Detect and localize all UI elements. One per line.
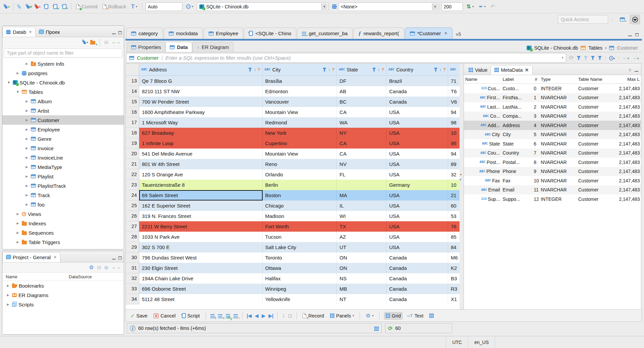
col-number[interactable]: # (533, 77, 539, 82)
close-icon[interactable]: ✕ (53, 255, 56, 259)
cell-city[interactable]: Halifax (263, 273, 337, 284)
metadata-row[interactable]: ABCPhonePhone9NVARCHARCustomer2,147,483 (464, 167, 641, 176)
row-number[interactable]: 32 (126, 273, 139, 284)
first-row-button[interactable]: |◀ (247, 313, 252, 319)
navigator-filter-input[interactable]: Type part of object name to filter (4, 48, 122, 58)
cell-state[interactable]: NT (337, 294, 386, 304)
cell-city[interactable]: New York (263, 128, 337, 138)
corner-cell[interactable] (126, 64, 139, 75)
cell-country[interactable]: USA (386, 138, 448, 149)
editor-tab-rewards-report-[interactable]: ƒrewards_report( (353, 27, 404, 39)
sort-icon[interactable]: ↕ (328, 67, 330, 72)
cell-country[interactable]: Canada (386, 252, 448, 263)
cell-address[interactable]: 627 Broadway (139, 128, 263, 138)
cell-address[interactable]: 1 Infinite Loop (139, 138, 263, 149)
cell-postal[interactable]: 60 (448, 200, 460, 211)
cell-country[interactable]: USA (386, 190, 448, 200)
cell-country[interactable]: USA (386, 169, 448, 180)
cell-city[interactable]: Chicago (263, 200, 337, 211)
rollback-button[interactable]: ↩Rollback (101, 3, 127, 10)
tree-item-genre[interactable]: ▶Genre (2, 134, 124, 143)
cell-state[interactable]: NY (337, 128, 386, 138)
row-number[interactable]: 22 (126, 169, 139, 180)
collapse-all-icon[interactable]: ⊟ (104, 40, 108, 45)
cell-address[interactable]: 1 Microsoft Way (139, 117, 263, 128)
minimize-icon[interactable] (635, 69, 638, 72)
cell-country[interactable]: Canada (386, 97, 448, 107)
fetch-all-icon[interactable]: ⊡ (288, 313, 292, 319)
new-sql-editor-button[interactable]: + (61, 3, 68, 10)
expand-arrow-icon[interactable]: ▶ (24, 118, 29, 122)
tab-er-diagram[interactable]: ♁ER Diagram (192, 42, 233, 52)
editor-tab-category[interactable]: category (126, 27, 163, 39)
metadata-row[interactable]: 123Cus...Custo...0INTEGERCustomer2,147,4… (464, 84, 641, 93)
tree-item-data-types[interactable]: ▶Data Types (2, 247, 124, 249)
row-number[interactable]: 20 (126, 149, 139, 159)
expand-arrow-icon[interactable]: ▶ (15, 240, 20, 244)
cell-postal[interactable]: 95 (448, 138, 460, 149)
tab-metadata[interactable]: MetaData✕ (491, 65, 533, 75)
breadcrumb-database[interactable]: SQLite - Chinook.db (534, 45, 578, 51)
transaction-log-button[interactable]: ▾ (185, 3, 195, 10)
column-info-icon[interactable]: ? (332, 67, 334, 72)
cell-address[interactable]: 541 Del Medio Avenue (139, 149, 263, 159)
schema-select-combo[interactable]: <None> ▼ (338, 2, 439, 11)
cell-country[interactable]: Canada (386, 273, 448, 284)
row-number[interactable]: 13 (126, 76, 139, 86)
minimize-icon[interactable] (112, 256, 116, 259)
cell-state[interactable]: CA (337, 149, 386, 159)
tree-item-album[interactable]: ▶Album (2, 97, 124, 106)
tab-project-general[interactable]: Project - General ✕ (2, 252, 60, 262)
cancel-button[interactable]: ✕Cancel (152, 312, 177, 319)
tab-properties[interactable]: Properties (127, 42, 165, 52)
metadata-row[interactable]: ABCStateState6NVARCHARCustomer2,147,483 (464, 139, 641, 149)
column-header-clipped[interactable]: ABC (448, 64, 460, 75)
transaction-mode-button[interactable]: T▾ (130, 3, 139, 11)
expand-arrow-icon[interactable]: ▶ (24, 147, 29, 150)
col-max-length[interactable]: Max L (618, 77, 641, 82)
column-datasource[interactable]: DataSource (66, 274, 92, 279)
expand-arrow-icon[interactable]: ▶ (24, 184, 29, 187)
cell-city[interactable]: Boston (263, 190, 337, 200)
cell-country[interactable]: USA (386, 159, 448, 169)
auto-refresh-button[interactable]: ▾ (609, 55, 615, 60)
cell-state[interactable]: NV (337, 159, 386, 169)
filter-icon[interactable] (434, 68, 438, 72)
cell-postal[interactable]: 89 (448, 159, 460, 169)
cell-city[interactable]: Tucson (263, 232, 337, 242)
cell-postal[interactable]: K2 (448, 263, 460, 273)
sort-icon[interactable]: ↕ (439, 67, 441, 72)
cell-address[interactable]: 5112 48 Street (139, 294, 263, 304)
tab-data[interactable]: Data (165, 42, 192, 52)
breadcrumb-entity[interactable]: Customer (617, 45, 638, 51)
metadata-row[interactable]: ABCLast...LastNa...2NVARCHARCustomer2,14… (464, 102, 641, 112)
tree-item-foo[interactable]: ▶foo (2, 200, 124, 209)
tree-item-invoiceline[interactable]: ▶InvoiceLine (2, 153, 124, 162)
cell-country[interactable]: Canada (386, 284, 448, 294)
sql-formatter-button[interactable]: ✒▾ (477, 3, 487, 11)
row-number[interactable]: 25 (126, 200, 139, 211)
row-number[interactable]: 24 (126, 190, 139, 200)
cell-address[interactable]: 2211 W Berry Street (139, 221, 263, 232)
row-number[interactable]: 18 (126, 128, 139, 138)
filter-settings-icon[interactable] (598, 56, 602, 60)
cell-address[interactable]: 194A Chain Lake Drive (139, 273, 263, 284)
cell-city[interactable]: Fort Worth (263, 221, 337, 232)
cell-postal[interactable]: 53 (448, 211, 460, 221)
column-info-icon[interactable]: ? (381, 67, 384, 72)
cell-postal[interactable]: 84 (448, 242, 460, 252)
tree-item-system-info[interactable]: ▶System Info (2, 59, 124, 68)
column-header-city[interactable]: ABCCity↕? (263, 64, 337, 75)
cell-city[interactable]: Cupertino (263, 138, 337, 149)
cell-country[interactable]: Canada (386, 263, 448, 273)
gear-icon[interactable]: ⚙ (89, 264, 94, 271)
column-header-address[interactable]: ABCAddress↕? (139, 64, 263, 75)
expand-arrow-icon[interactable]: ▶ (24, 165, 29, 169)
tab-projects[interactable]: Проек (36, 27, 63, 37)
maximize-icon[interactable] (118, 256, 122, 259)
metadata-row[interactable]: ABCCou...Country7NVARCHARCustomer2,147,4… (464, 149, 641, 158)
collapse-all-icon[interactable]: ⊟ (97, 265, 101, 270)
cell-postal[interactable]: 32 (448, 169, 460, 180)
project-item-er-diagrams[interactable]: ▶ER Diagrams (2, 290, 124, 300)
cell-address[interactable]: 319 N. Frances Street (139, 211, 263, 221)
